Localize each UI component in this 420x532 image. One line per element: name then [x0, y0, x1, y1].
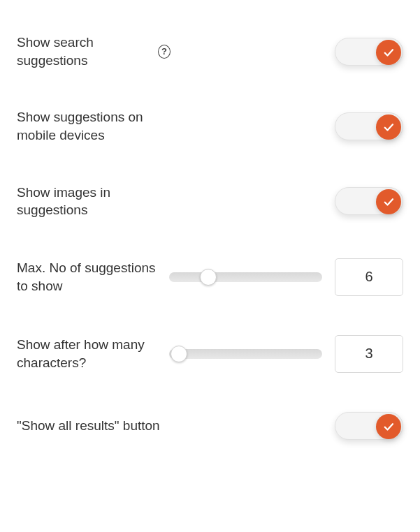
setting-label: Show search suggestions ? — [17, 34, 171, 69]
label-text: "Show all results" button — [17, 417, 160, 435]
toggle-show-search-suggestions[interactable] — [335, 38, 403, 66]
input-max-suggestions[interactable] — [335, 258, 403, 296]
slider-knob — [200, 269, 217, 286]
label-text: Max. No of suggestions to show — [17, 259, 157, 295]
setting-row-show-on-mobile: Show suggestions on mobile devices — [17, 89, 403, 163]
toggle-knob — [376, 40, 401, 65]
setting-label: Max. No of suggestions to show — [17, 259, 157, 295]
slider-knob — [171, 346, 187, 362]
toggle-show-all-results[interactable] — [335, 412, 403, 440]
setting-label: Show suggestions on mobile devices — [17, 108, 171, 144]
check-icon — [382, 46, 395, 59]
setting-row-show-all-results: "Show all results" button — [17, 392, 403, 459]
setting-row-min-chars: Show after how many characters? — [17, 316, 403, 392]
toggle-knob — [376, 414, 401, 439]
label-text: Show images in suggestions — [17, 184, 171, 219]
help-icon[interactable]: ? — [158, 45, 171, 59]
toggle-knob — [376, 114, 401, 140]
setting-label: Show after how many characters? — [17, 336, 157, 371]
setting-row-show-search-suggestions: Show search suggestions ? — [17, 14, 403, 89]
slider-max-suggestions[interactable] — [169, 272, 322, 282]
toggle-show-on-mobile[interactable] — [335, 112, 403, 140]
check-icon — [382, 195, 395, 208]
slider-min-chars[interactable] — [169, 349, 322, 359]
setting-row-show-images: Show images in suggestions — [17, 164, 403, 239]
setting-label: "Show all results" button — [17, 417, 160, 435]
input-min-chars[interactable] — [335, 335, 403, 373]
label-text: Show suggestions on mobile devices — [17, 108, 171, 144]
check-icon — [382, 420, 395, 433]
toggle-show-images[interactable] — [335, 187, 403, 215]
label-text: Show search suggestions — [17, 34, 151, 69]
label-text: Show after how many characters? — [17, 336, 157, 371]
toggle-knob — [376, 189, 401, 214]
setting-row-max-suggestions: Max. No of suggestions to show — [17, 239, 403, 316]
setting-label: Show images in suggestions — [17, 184, 171, 219]
check-icon — [382, 121, 395, 133]
